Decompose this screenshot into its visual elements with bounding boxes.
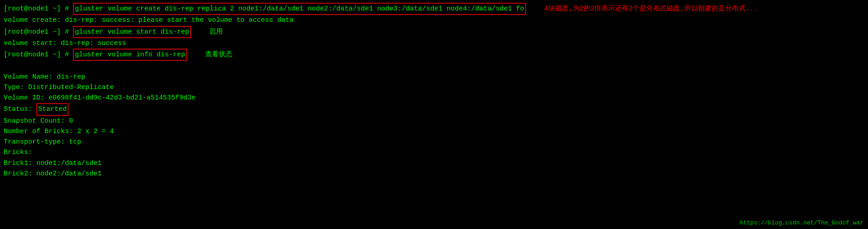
info-volume-id: Volume ID: e0698f41-dd9c-42d3-bd21-a5145… [4, 93, 864, 103]
prompt-1: [root@node1 ~] # [4, 4, 73, 14]
command-box-2: gluster volume start dis-rep [73, 26, 191, 38]
command-box-3: gluster volume info dis-rep [73, 49, 187, 61]
annotation-2: 启用 [209, 27, 223, 37]
info-type: Type: Distributed-Replicate [4, 82, 864, 93]
info-volume-name: Volume Name: dis-rep [4, 72, 864, 82]
command-box-1: gluster volume create dis-rep replica 2 … [73, 3, 526, 15]
result-line-2: volume start: dis-rep: success [4, 38, 864, 49]
info-number-of-bricks: Number of Bricks: 2 x 2 = 4 [4, 126, 864, 137]
info-brick2: Brick2: node2:/data/sde1 [4, 169, 864, 179]
status-prefix: Status: [4, 104, 36, 114]
command-line-3: [root@node1 ~] # gluster volume info dis… [4, 49, 864, 61]
status-value: Started [36, 103, 69, 115]
terminal-window: [root@node1 ~] # gluster volume create d… [0, 0, 868, 229]
blank-line [4, 61, 864, 71]
info-snapshot-count: Snapshot Count: 0 [4, 116, 864, 126]
prompt-2: [root@node1 ~] # [4, 27, 73, 37]
info-bricks-header: Bricks: [4, 147, 864, 158]
footer-url: https://blog.csdn.net/The_Godof_war [740, 219, 863, 226]
annotation-1: 4块磁盘,为2的2倍表示还有2个是分布式磁盘,所以创建的是分布式... [544, 4, 758, 14]
annotation-3: 查看状态 [205, 50, 232, 60]
info-status-line: Status: Started [4, 103, 864, 115]
info-transport-type: Transport-type: tcp [4, 137, 864, 147]
result-line-1: volume create: dis-rep: success: please … [4, 15, 864, 25]
command-line-2: [root@node1 ~] # gluster volume start di… [4, 26, 864, 38]
prompt-3: [root@node1 ~] # [4, 50, 73, 60]
command-line-1: [root@node1 ~] # gluster volume create d… [4, 3, 864, 15]
info-brick1: Brick1: node1:/data/sde1 [4, 158, 864, 169]
